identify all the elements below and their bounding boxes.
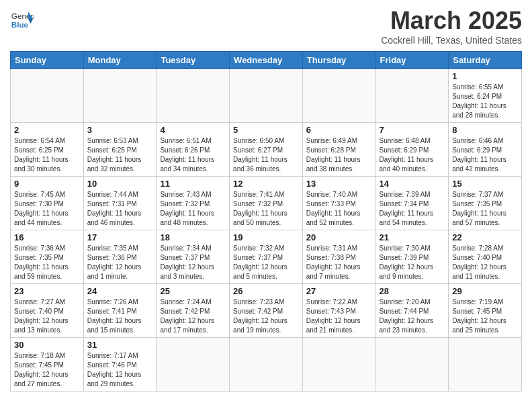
calendar-cell — [83, 69, 157, 123]
day-number: 6 — [306, 125, 372, 135]
day-number: 11 — [160, 179, 226, 189]
calendar-cell — [375, 338, 449, 392]
day-number: 25 — [160, 286, 226, 296]
calendar-cell — [11, 69, 84, 123]
calendar-cell: 15Sunrise: 7:37 AM Sunset: 7:35 PM Dayli… — [449, 177, 522, 230]
day-info: Sunrise: 7:18 AM Sunset: 7:45 PM Dayligh… — [14, 351, 80, 389]
calendar-cell: 19Sunrise: 7:32 AM Sunset: 7:37 PM Dayli… — [230, 230, 303, 284]
calendar-week-row: 16Sunrise: 7:36 AM Sunset: 7:35 PM Dayli… — [11, 230, 522, 284]
day-info: Sunrise: 6:51 AM Sunset: 6:26 PM Dayligh… — [160, 136, 226, 174]
calendar-cell: 16Sunrise: 7:36 AM Sunset: 7:35 PM Dayli… — [11, 230, 84, 284]
logo: General Blue — [10, 7, 34, 31]
calendar-day-header: Thursday — [302, 52, 375, 69]
day-number: 10 — [87, 179, 153, 189]
calendar-cell: 17Sunrise: 7:35 AM Sunset: 7:36 PM Dayli… — [83, 230, 157, 284]
svg-marker-3 — [28, 19, 33, 24]
day-info: Sunrise: 6:50 AM Sunset: 6:27 PM Dayligh… — [233, 136, 299, 174]
day-info: Sunrise: 7:26 AM Sunset: 7:41 PM Dayligh… — [87, 298, 153, 335]
calendar-cell: 14Sunrise: 7:39 AM Sunset: 7:34 PM Dayli… — [375, 177, 449, 230]
calendar-cell: 26Sunrise: 7:23 AM Sunset: 7:42 PM Dayli… — [230, 284, 303, 338]
day-number: 28 — [380, 286, 445, 296]
calendar-cell: 24Sunrise: 7:26 AM Sunset: 7:41 PM Dayli… — [83, 284, 157, 338]
calendar-cell: 29Sunrise: 7:19 AM Sunset: 7:45 PM Dayli… — [449, 284, 522, 338]
calendar-cell: 6Sunrise: 6:49 AM Sunset: 6:28 PM Daylig… — [302, 123, 375, 177]
calendar-cell: 31Sunrise: 7:17 AM Sunset: 7:46 PM Dayli… — [83, 338, 157, 392]
day-number: 27 — [306, 286, 372, 296]
day-number: 1 — [452, 71, 518, 81]
day-number: 16 — [14, 232, 80, 242]
day-number: 7 — [380, 125, 445, 135]
header: General Blue March 2025 Cockrell Hill, T… — [10, 7, 522, 46]
day-info: Sunrise: 7:36 AM Sunset: 7:35 PM Dayligh… — [14, 244, 80, 281]
day-info: Sunrise: 6:49 AM Sunset: 6:28 PM Dayligh… — [306, 136, 372, 174]
calendar-cell: 11Sunrise: 7:43 AM Sunset: 7:32 PM Dayli… — [157, 177, 230, 230]
calendar-cell: 18Sunrise: 7:34 AM Sunset: 7:37 PM Dayli… — [157, 230, 230, 284]
day-number: 29 — [452, 286, 518, 296]
calendar-cell: 3Sunrise: 6:53 AM Sunset: 6:25 PM Daylig… — [83, 123, 157, 177]
day-number: 2 — [14, 125, 80, 135]
calendar-cell — [375, 69, 449, 123]
day-info: Sunrise: 6:53 AM Sunset: 6:25 PM Dayligh… — [87, 136, 153, 174]
calendar-cell — [230, 338, 303, 392]
calendar-cell: 20Sunrise: 7:31 AM Sunset: 7:38 PM Dayli… — [302, 230, 375, 284]
day-info: Sunrise: 7:43 AM Sunset: 7:32 PM Dayligh… — [160, 190, 226, 228]
calendar-cell: 21Sunrise: 7:30 AM Sunset: 7:39 PM Dayli… — [375, 230, 449, 284]
day-info: Sunrise: 7:40 AM Sunset: 7:33 PM Dayligh… — [306, 190, 372, 228]
day-info: Sunrise: 7:23 AM Sunset: 7:42 PM Dayligh… — [233, 298, 299, 335]
calendar-day-header: Saturday — [449, 52, 522, 69]
calendar-cell: 13Sunrise: 7:40 AM Sunset: 7:33 PM Dayli… — [302, 177, 375, 230]
generalblue-logo-icon: General Blue — [10, 7, 34, 31]
calendar-cell: 4Sunrise: 6:51 AM Sunset: 6:26 PM Daylig… — [157, 123, 230, 177]
page: General Blue March 2025 Cockrell Hill, T… — [0, 0, 532, 398]
day-info: Sunrise: 7:45 AM Sunset: 7:30 PM Dayligh… — [14, 190, 80, 228]
day-number: 22 — [452, 232, 518, 242]
title-block: March 2025 Cockrell Hill, Texas, United … — [381, 7, 522, 46]
day-number: 5 — [233, 125, 299, 135]
calendar-cell: 28Sunrise: 7:20 AM Sunset: 7:44 PM Dayli… — [375, 284, 449, 338]
day-number: 12 — [233, 179, 299, 189]
calendar-cell: 30Sunrise: 7:18 AM Sunset: 7:45 PM Dayli… — [11, 338, 84, 392]
day-info: Sunrise: 7:22 AM Sunset: 7:43 PM Dayligh… — [306, 298, 372, 335]
calendar-week-row: 9Sunrise: 7:45 AM Sunset: 7:30 PM Daylig… — [11, 177, 522, 230]
calendar-cell: 9Sunrise: 7:45 AM Sunset: 7:30 PM Daylig… — [11, 177, 84, 230]
calendar-day-header: Tuesday — [157, 52, 230, 69]
calendar-cell: 2Sunrise: 6:54 AM Sunset: 6:25 PM Daylig… — [11, 123, 84, 177]
day-number: 18 — [160, 232, 226, 242]
calendar-week-row: 23Sunrise: 7:27 AM Sunset: 7:40 PM Dayli… — [11, 284, 522, 338]
calendar-header-row: SundayMondayTuesdayWednesdayThursdayFrid… — [11, 52, 522, 69]
day-info: Sunrise: 7:37 AM Sunset: 7:35 PM Dayligh… — [452, 190, 518, 228]
day-info: Sunrise: 6:46 AM Sunset: 6:29 PM Dayligh… — [452, 136, 518, 174]
day-info: Sunrise: 6:48 AM Sunset: 6:29 PM Dayligh… — [380, 136, 445, 174]
calendar-day-header: Monday — [83, 52, 157, 69]
calendar-day-header: Friday — [375, 52, 449, 69]
day-number: 26 — [233, 286, 299, 296]
calendar-week-row: 1Sunrise: 6:55 AM Sunset: 6:24 PM Daylig… — [11, 69, 522, 123]
day-number: 14 — [380, 179, 445, 189]
day-number: 19 — [233, 232, 299, 242]
day-number: 4 — [160, 125, 226, 135]
day-number: 21 — [380, 232, 445, 242]
calendar-cell: 22Sunrise: 7:28 AM Sunset: 7:40 PM Dayli… — [449, 230, 522, 284]
day-info: Sunrise: 7:32 AM Sunset: 7:37 PM Dayligh… — [233, 244, 299, 281]
calendar-week-row: 30Sunrise: 7:18 AM Sunset: 7:45 PM Dayli… — [11, 338, 522, 392]
day-info: Sunrise: 7:19 AM Sunset: 7:45 PM Dayligh… — [452, 298, 518, 335]
calendar-cell: 12Sunrise: 7:41 AM Sunset: 7:32 PM Dayli… — [230, 177, 303, 230]
day-info: Sunrise: 7:20 AM Sunset: 7:44 PM Dayligh… — [380, 298, 445, 335]
day-info: Sunrise: 6:54 AM Sunset: 6:25 PM Dayligh… — [14, 136, 80, 174]
day-info: Sunrise: 7:35 AM Sunset: 7:36 PM Dayligh… — [87, 244, 153, 281]
day-info: Sunrise: 7:17 AM Sunset: 7:46 PM Dayligh… — [87, 351, 153, 389]
day-number: 30 — [14, 340, 80, 350]
calendar-cell: 23Sunrise: 7:27 AM Sunset: 7:40 PM Dayli… — [11, 284, 84, 338]
calendar-cell — [230, 69, 303, 123]
calendar-cell: 1Sunrise: 6:55 AM Sunset: 6:24 PM Daylig… — [449, 69, 522, 123]
day-number: 13 — [306, 179, 372, 189]
calendar-table: SundayMondayTuesdayWednesdayThursdayFrid… — [10, 51, 522, 392]
calendar-cell: 27Sunrise: 7:22 AM Sunset: 7:43 PM Dayli… — [302, 284, 375, 338]
svg-text:Blue: Blue — [11, 20, 29, 29]
calendar-cell — [302, 69, 375, 123]
calendar-cell — [157, 338, 230, 392]
calendar-day-header: Sunday — [11, 52, 84, 69]
calendar-cell: 8Sunrise: 6:46 AM Sunset: 6:29 PM Daylig… — [449, 123, 522, 177]
calendar-cell — [302, 338, 375, 392]
calendar-cell — [157, 69, 230, 123]
